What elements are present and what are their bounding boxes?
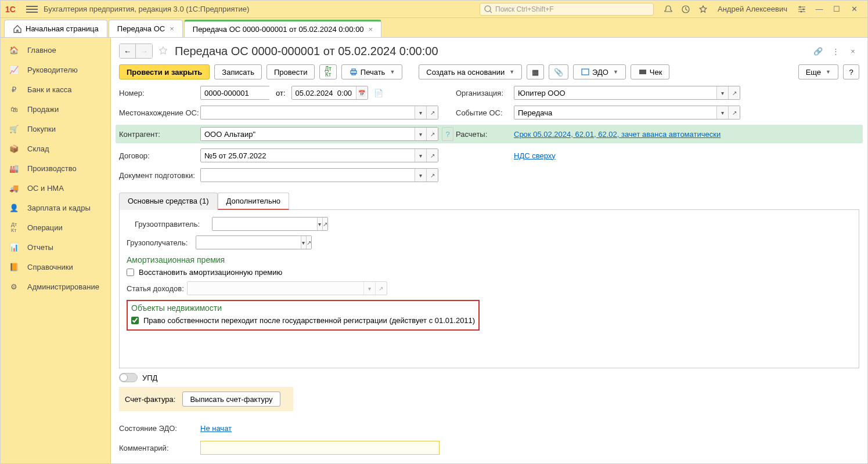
tab-fixed-assets[interactable]: Основные средства (1) <box>119 193 218 210</box>
upd-toggle[interactable] <box>119 373 138 382</box>
chevron-down-icon[interactable]: ▾ <box>317 217 322 230</box>
save-button[interactable]: Записать <box>214 64 262 79</box>
open-icon: ↗ <box>375 282 387 295</box>
window-close-button[interactable]: ✕ <box>847 2 861 16</box>
vat-mode-link[interactable]: НДС сверху <box>514 151 556 160</box>
open-icon[interactable]: ↗ <box>426 128 438 140</box>
chevron-down-icon[interactable]: ▾ <box>415 169 426 182</box>
from-label: от: <box>276 89 286 97</box>
calendar-icon[interactable]: 📅 <box>356 86 368 99</box>
help-button[interactable]: ? <box>843 64 859 79</box>
link-icon[interactable]: 🔗 <box>812 45 824 57</box>
edo-state-link[interactable]: Не начат <box>200 424 232 433</box>
chevron-down-icon[interactable]: ▾ <box>716 86 728 99</box>
tab-close-icon[interactable]: × <box>170 24 174 33</box>
sidebar-item-production[interactable]: 🏭Производство <box>1 158 110 178</box>
more-button[interactable]: Еще▼ <box>798 64 838 79</box>
number-input[interactable] <box>200 86 270 100</box>
favorite-star-icon[interactable] <box>159 46 168 57</box>
global-search-input[interactable]: Поиск Ctrl+Shift+F <box>480 3 654 16</box>
sidebar-item-operations[interactable]: ДтКтОперации <box>1 217 110 237</box>
attachment-button[interactable]: 📎 <box>549 64 568 79</box>
more-vertical-icon[interactable]: ⋮ <box>829 45 842 57</box>
window-maximize-button[interactable]: ☐ <box>830 2 844 16</box>
sidebar-item-bank[interactable]: ₽Банк и касса <box>1 79 110 99</box>
sidebar-item-reports[interactable]: 📊Отчеты <box>1 237 110 257</box>
tab-close-icon[interactable]: × <box>369 25 373 34</box>
contract-label: Договор: <box>119 151 200 160</box>
chevron-down-icon[interactable]: ▾ <box>415 106 426 119</box>
sidebar-item-assets[interactable]: 🚚ОС и НМА <box>1 178 110 198</box>
chevron-down-icon[interactable]: ▾ <box>716 106 728 119</box>
settings-icon[interactable] <box>795 2 809 16</box>
nav-back-button[interactable]: ← <box>120 44 136 58</box>
window-minimize-button[interactable]: — <box>812 2 826 16</box>
tab-additional[interactable]: Дополнительно <box>218 193 290 210</box>
sidebar-item-purchases[interactable]: 🛒Покупки <box>1 119 110 139</box>
amortization-section-title: Амортизационная премия <box>127 255 852 264</box>
cheque-button[interactable]: Чек <box>631 64 670 79</box>
comment-label: Комментарий: <box>119 444 200 452</box>
location-input[interactable]: ▾↗ <box>200 106 438 119</box>
sidebar-item-warehouse[interactable]: 📦Склад <box>1 139 110 158</box>
tab-home[interactable]: Начальная страница <box>4 20 107 37</box>
open-icon[interactable]: ↗ <box>426 106 438 119</box>
main-menu-icon[interactable] <box>26 3 38 15</box>
sidebar-item-hr[interactable]: 👤Зарплата и кадры <box>1 198 110 217</box>
structure-button[interactable]: ▦ <box>527 64 544 79</box>
history-icon[interactable] <box>679 2 693 16</box>
sidebar-item-manager[interactable]: 📈Руководителю <box>1 60 110 79</box>
post-and-close-button[interactable]: Провести и закрыть <box>119 64 210 79</box>
tab-transfer-os[interactable]: Передача ОС × <box>109 20 183 37</box>
notifications-icon[interactable] <box>661 2 675 16</box>
org-label: Организация: <box>456 89 514 97</box>
shipper-input[interactable]: ▾↗ <box>212 217 328 231</box>
comment-input[interactable] <box>200 441 440 455</box>
navigation-sidebar: 🏠Главное 📈Руководителю ₽Банк и касса 🛍Пр… <box>1 38 111 464</box>
ownership-checkbox[interactable] <box>131 317 139 324</box>
tab-transfer-os-doc[interactable]: Передача ОС 0000-000001 от 05.02.2024 0:… <box>184 20 381 37</box>
sidebar-item-catalogs[interactable]: 📙Справочники <box>1 257 110 277</box>
sidebar-item-sales[interactable]: 🛍Продажи <box>1 99 110 119</box>
open-icon[interactable]: ↗ <box>728 106 740 119</box>
dtkt-button[interactable]: ДтКт <box>319 64 336 79</box>
posted-icon[interactable]: 📄 <box>374 89 383 97</box>
settlements-link[interactable]: Срок 05.02.2024, 62.01, 62.02, зачет ава… <box>514 130 721 139</box>
counterparty-input[interactable]: ▾↗ <box>200 127 438 141</box>
ownership-label: Право собственности переходит после госу… <box>143 316 475 325</box>
restore-amort-label: Восстановить амортизационную премию <box>139 268 282 277</box>
favorites-icon[interactable] <box>696 2 710 16</box>
org-input[interactable]: ▾↗ <box>514 86 740 100</box>
prep-doc-input[interactable]: ▾↗ <box>200 168 438 182</box>
open-icon[interactable]: ↗ <box>306 236 311 249</box>
open-icon[interactable]: ↗ <box>426 149 438 162</box>
counterparty-help-button[interactable]: ? <box>442 127 453 141</box>
consignee-input[interactable]: ▾↗ <box>196 235 312 249</box>
create-invoice-button[interactable]: Выписать счет-фактуру <box>182 392 280 407</box>
username-label[interactable]: Андрей Алексеевич <box>718 5 787 13</box>
svg-point-0 <box>485 6 491 12</box>
open-icon[interactable]: ↗ <box>426 169 438 182</box>
open-icon[interactable]: ↗ <box>728 86 740 99</box>
restore-amort-checkbox[interactable] <box>127 269 134 276</box>
shipper-label: Грузоотправитель: <box>135 220 201 229</box>
sidebar-item-main[interactable]: 🏠Главное <box>1 40 110 60</box>
create-based-on-button[interactable]: Создать на основании▼ <box>419 64 522 79</box>
chevron-down-icon[interactable]: ▾ <box>415 149 426 162</box>
chevron-down-icon[interactable]: ▾ <box>301 236 306 249</box>
print-button[interactable]: Печать▼ <box>341 64 403 79</box>
income-article-label: Статья доходов: <box>127 284 185 293</box>
location-label: Местонахождение ОС: <box>119 108 200 117</box>
close-doc-icon[interactable]: × <box>847 45 859 57</box>
post-button[interactable]: Провести <box>266 64 315 79</box>
open-icon[interactable]: ↗ <box>322 217 327 230</box>
edo-button[interactable]: ЭДО▼ <box>573 64 626 79</box>
nav-forward-button[interactable]: → <box>136 44 152 58</box>
upd-label: УПД <box>142 374 157 382</box>
contract-input[interactable]: ▾↗ <box>200 148 438 162</box>
chevron-down-icon[interactable]: ▾ <box>415 128 426 140</box>
date-input[interactable]: 📅 <box>291 86 368 100</box>
sidebar-item-admin[interactable]: ⚙Администрирование <box>1 277 110 296</box>
event-input[interactable]: ▾↗ <box>514 106 740 119</box>
search-icon <box>484 5 493 14</box>
